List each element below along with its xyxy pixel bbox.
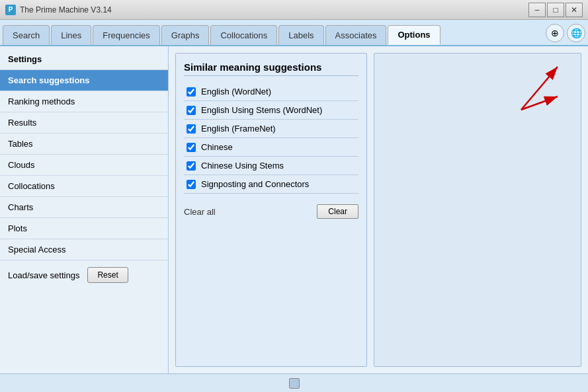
checkbox-row-english-framenet: English (FrameNet) <box>184 120 358 138</box>
panel-title: Similar meaning suggestions <box>184 61 358 76</box>
tab-collocations[interactable]: Collocations <box>210 25 277 45</box>
sidebar-item-settings[interactable]: Settings <box>0 49 168 70</box>
checkbox-row-chinese-stems: Chinese Using Stems <box>184 157 358 175</box>
checkbox-english-framenet[interactable] <box>187 124 196 134</box>
label-chinese-stems[interactable]: Chinese Using Stems <box>201 161 284 171</box>
tab-graphs[interactable]: Graphs <box>161 25 210 45</box>
load-save-label: Load/save settings <box>8 270 79 280</box>
tab-frequencies[interactable]: Frequencies <box>93 25 160 45</box>
sidebar: Settings Search suggestions Ranking meth… <box>0 46 169 373</box>
tab-options[interactable]: Options <box>388 25 440 45</box>
label-english-wordnet[interactable]: English (WordNet) <box>201 87 271 97</box>
label-english-stems-wordnet[interactable]: English Using Stems (WordNet) <box>201 105 322 115</box>
checkbox-chinese-stems[interactable] <box>187 161 196 171</box>
checkbox-row-english-wordnet: English (WordNet) <box>184 83 358 101</box>
minimize-button[interactable]: – <box>528 3 546 17</box>
clear-all-label: Clear all <box>184 207 216 217</box>
sidebar-item-tables[interactable]: Tables <box>0 134 168 155</box>
label-english-framenet[interactable]: English (FrameNet) <box>201 124 276 134</box>
maximize-button[interactable]: □ <box>547 3 564 17</box>
label-chinese[interactable]: Chinese <box>201 142 233 152</box>
sidebar-item-clouds[interactable]: Clouds <box>0 155 168 176</box>
right-panel <box>374 53 581 367</box>
sidebar-item-collocations[interactable]: Collocations <box>0 176 168 197</box>
tab-bar: Search Lines Frequencies Graphs Collocat… <box>0 20 588 46</box>
checkbox-signposting[interactable] <box>187 180 196 189</box>
reset-button[interactable]: Reset <box>87 267 128 283</box>
tab-search[interactable]: Search <box>3 25 50 45</box>
tab-associates[interactable]: Associates <box>325 25 387 45</box>
checkbox-english-stems-wordnet[interactable] <box>187 106 196 115</box>
title-bar: P The Prime Machine V3.14 – □ ✕ <box>0 0 588 20</box>
checkbox-row-english-stems-wordnet: English Using Stems (WordNet) <box>184 101 358 120</box>
clear-button[interactable]: Clear <box>317 204 358 219</box>
status-bar <box>0 373 588 392</box>
annotation-arrow <box>482 60 567 120</box>
sidebar-item-search-suggestions[interactable]: Search suggestions <box>0 70 168 91</box>
content-area: Similar meaning suggestions English (Wor… <box>169 46 588 373</box>
sidebar-item-special-access[interactable]: Special Access <box>0 239 168 260</box>
app-icon: P <box>5 5 16 15</box>
window-controls: – □ ✕ <box>528 3 583 17</box>
similar-meaning-panel: Similar meaning suggestions English (Wor… <box>175 53 367 367</box>
panel-footer: Clear all Clear <box>184 200 358 219</box>
tab-labels[interactable]: Labels <box>278 25 323 45</box>
sidebar-item-plots[interactable]: Plots <box>0 218 168 239</box>
sidebar-item-ranking-methods[interactable]: Ranking methods <box>0 91 168 112</box>
sidebar-footer: Load/save settings Reset <box>0 260 168 290</box>
tab-lines[interactable]: Lines <box>51 25 91 45</box>
main-layout: Settings Search suggestions Ranking meth… <box>0 46 588 373</box>
checkbox-row-signposting: Signposting and Connectors <box>184 175 358 194</box>
help-icon[interactable]: ⊕ <box>546 24 564 42</box>
checkbox-english-wordnet[interactable] <box>187 87 196 97</box>
scroll-indicator[interactable] <box>289 378 300 389</box>
sidebar-item-charts[interactable]: Charts <box>0 197 168 218</box>
checkbox-chinese[interactable] <box>187 143 196 152</box>
tab-icon-area: ⊕ 🌐 <box>546 24 585 45</box>
globe-icon[interactable]: 🌐 <box>567 24 585 42</box>
title-bar-text: The Prime Machine V3.14 <box>20 5 528 15</box>
sidebar-item-results[interactable]: Results <box>0 112 168 134</box>
label-signposting[interactable]: Signposting and Connectors <box>201 179 309 189</box>
close-button[interactable]: ✕ <box>566 3 583 17</box>
checkbox-row-chinese: Chinese <box>184 138 358 157</box>
